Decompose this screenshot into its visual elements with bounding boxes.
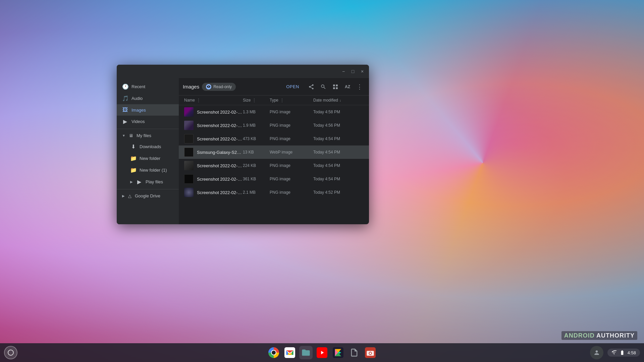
file-name-cell: Screenshot 2022-02-23 4.54.16 PM.png [184, 174, 243, 184]
sidebar-item-label: New folder [140, 156, 160, 161]
table-row[interactable]: Screenshot 2022-02-23 4.58.04 PM.png 1.3… [179, 105, 369, 119]
taskbar-center [267, 346, 377, 359]
file-date: Today 4:58 PM [313, 110, 364, 114]
toolbar-title: Images [183, 84, 199, 89]
sidebar-item-recent[interactable]: 🕐 Recent [117, 81, 179, 93]
table-row[interactable]: Ssmsung-Galaxy-S22-Ultra-in-front-of-pai… [179, 145, 369, 159]
file-type: PNG image [270, 190, 313, 195]
user-avatar[interactable] [590, 346, 603, 359]
taskbar-files[interactable] [299, 346, 313, 359]
sort-desc-icon: ↓ [339, 99, 341, 102]
minimize-button[interactable]: − [339, 67, 347, 75]
file-thumbnail [184, 188, 194, 197]
chrome-icon [268, 347, 279, 358]
file-type: PNG image [270, 123, 313, 128]
col-header-type[interactable]: Type ⋮ [270, 98, 313, 103]
eye-icon [206, 84, 211, 89]
chevron-down-icon: ▼ [122, 134, 125, 137]
col-header-name[interactable]: Name ⋮ [184, 98, 243, 103]
my-files-icon: 🖥 [129, 133, 133, 138]
taskbar-chrome[interactable] [267, 346, 280, 359]
file-list: Name ⋮ Size ⋮ Type ⋮ Date modified ↓ [179, 96, 369, 224]
file-name: Ssmsung-Galaxy-S22-Ultra-in-front-of-pai… [197, 150, 243, 155]
recent-icon: 🕐 [122, 83, 128, 90]
gmail-icon [284, 347, 295, 358]
file-name-cell: Screenshot 2022-02-23 4.52.45 PM.png [184, 188, 243, 197]
titlebar: − □ × [117, 65, 369, 78]
taskbar-left [4, 346, 17, 359]
sidebar-item-images[interactable]: 🖼 Images [117, 104, 179, 116]
grid-view-button[interactable] [330, 81, 341, 92]
taskbar: 4:58 [0, 343, 644, 362]
file-thumbnail [184, 161, 194, 170]
file-type: WebP image [270, 150, 313, 155]
file-thumbnail [184, 107, 194, 117]
taskbar-play-store[interactable] [331, 346, 345, 359]
col-type-resize[interactable]: ⋮ [280, 98, 284, 103]
table-row[interactable]: Screenshot 2022-02-23 4.54.16 PM.png 361… [179, 172, 369, 186]
more-options-button[interactable]: ⋮ [354, 81, 365, 92]
play-icon: ▶ [136, 179, 142, 185]
taskbar-gmail[interactable] [283, 346, 297, 359]
table-row[interactable]: Screenshot 2022-02-23 4.54.33 PM.png 224… [179, 159, 369, 172]
taskbar-youtube[interactable] [315, 346, 329, 359]
table-row[interactable]: Screenshot 2022-02-23 4.54.50 PM.png 473… [179, 132, 369, 145]
files-2-icon [350, 348, 359, 357]
close-button[interactable]: × [358, 67, 366, 75]
file-thumbnail [184, 147, 194, 157]
sidebar-section-my-files[interactable]: ▼ 🖥 My files ⠿ [117, 130, 179, 141]
search-icon [320, 84, 326, 90]
file-type: PNG image [270, 110, 313, 114]
share-button[interactable] [306, 81, 317, 92]
col-size-resize[interactable]: ⋮ [252, 98, 257, 103]
file-date: Today 4:56 PM [313, 123, 364, 128]
file-name-cell: Screenshot 2022-02-23 4.56.23 PM.png [184, 121, 243, 130]
table-row[interactable]: Screenshot 2022-02-23 4.52.45 PM.png 2.1… [179, 186, 369, 199]
sidebar-item-new-folder[interactable]: 📁 New folder [117, 153, 179, 164]
avatar-icon [593, 349, 600, 356]
taskbar-files-2[interactable] [347, 346, 361, 359]
col-header-date[interactable]: Date modified ↓ [313, 98, 364, 103]
grid-icon [332, 84, 338, 90]
file-date: Today 4:54 PM [313, 150, 364, 155]
sidebar-item-label: Recent [131, 84, 145, 89]
file-name-cell: Screenshot 2022-02-23 4.54.50 PM.png [184, 134, 243, 143]
google-drive-label: Google Drive [135, 193, 160, 198]
col-name-resize[interactable]: ⋮ [196, 98, 201, 103]
sidebar-item-new-folder-1[interactable]: 📁 New folder (1) [117, 164, 179, 176]
file-name: Screenshot 2022-02-23 4.52.45 PM.png [197, 190, 243, 195]
file-type: PNG image [270, 136, 313, 141]
launcher-button[interactable] [4, 346, 17, 359]
col-name-label: Name [184, 98, 195, 103]
sidebar-item-videos[interactable]: ▶ Videos [117, 116, 179, 127]
toolbar: Images Read-only OPEN [179, 78, 369, 96]
videos-icon: ▶ [122, 118, 128, 125]
system-tray[interactable]: 4:58 [607, 349, 640, 357]
file-name: Screenshot 2022-02-23 4.54.16 PM.png [197, 177, 243, 182]
col-header-size[interactable]: Size ⋮ [243, 98, 270, 103]
chevron-right-icon: ▶ [130, 180, 133, 184]
file-size: 13 KB [243, 150, 270, 155]
read-only-badge[interactable]: Read-only [202, 83, 236, 91]
file-name-cell: Ssmsung-Galaxy-S22-Ultra-in-front-of-pai… [184, 147, 243, 157]
sidebar-item-downloads[interactable]: ⬇ Downloads [117, 141, 179, 153]
file-name: Screenshot 2022-02-23 4.54.50 PM.png [197, 136, 243, 141]
search-button[interactable] [318, 81, 329, 92]
camera-icon [365, 347, 376, 358]
maximize-button[interactable]: □ [349, 67, 357, 75]
sidebar-item-play-files[interactable]: ▶ ▶ Play files [117, 176, 179, 188]
taskbar-camera[interactable] [364, 346, 377, 359]
sidebar-item-audio[interactable]: 🎵 Audio [117, 93, 179, 104]
file-name: Screenshot 2022-02-23 4.54.33 PM.png [197, 163, 243, 168]
file-size: 361 KB [243, 177, 270, 181]
sort-button[interactable]: AZ [342, 81, 353, 92]
read-only-label: Read-only [213, 84, 232, 89]
sidebar: 🕐 Recent 🎵 Audio 🖼 Images ▶ Videos ▼ 🖥 M… [117, 78, 179, 224]
file-thumbnail [184, 121, 194, 130]
sidebar-item-label: New folder (1) [140, 168, 167, 173]
open-button[interactable]: OPEN [281, 82, 305, 91]
sidebar-section-google-drive[interactable]: ▶ △ Google Drive [117, 191, 179, 201]
eye-svg [207, 85, 210, 88]
table-row[interactable]: Screenshot 2022-02-23 4.56.23 PM.png 1.9… [179, 119, 369, 132]
file-thumbnail [184, 174, 194, 184]
